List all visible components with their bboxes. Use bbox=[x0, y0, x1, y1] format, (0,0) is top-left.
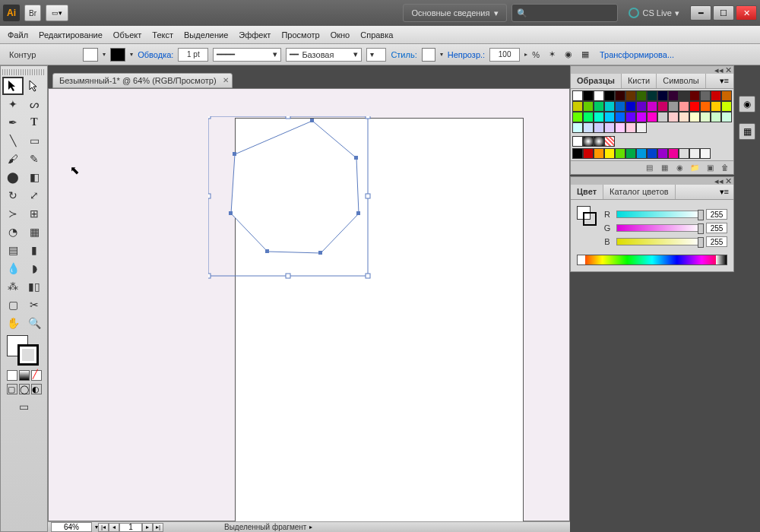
arrange-dropdown[interactable]: ▭▾ bbox=[46, 5, 68, 21]
mesh-tool[interactable]: ▤ bbox=[2, 241, 24, 259]
menu-select[interactable]: Выделение bbox=[184, 30, 228, 40]
recolor-icon[interactable]: ✶ bbox=[549, 49, 556, 59]
zoom-input[interactable]: 64% bbox=[51, 522, 92, 532]
swatch[interactable] bbox=[668, 112, 679, 122]
draw-normal-icon[interactable]: ▢ bbox=[7, 384, 17, 394]
graph-tool[interactable]: ▮▯ bbox=[24, 277, 45, 296]
eraser-tool[interactable]: ◧ bbox=[24, 168, 45, 186]
maximize-button[interactable]: ☐ bbox=[713, 5, 734, 21]
color-spectrum[interactable] bbox=[577, 255, 727, 265]
swatch[interactable] bbox=[615, 101, 625, 112]
swatch[interactable] bbox=[636, 90, 647, 101]
prev-artboard-button[interactable]: ◂ bbox=[109, 523, 119, 532]
stroke-label[interactable]: Обводка: bbox=[138, 50, 173, 59]
cs-live-button[interactable]: CS Live▾ bbox=[622, 8, 686, 18]
swatch[interactable] bbox=[657, 148, 668, 159]
menu-file[interactable]: Файл bbox=[8, 30, 28, 40]
menu-effect[interactable]: Эффект bbox=[239, 30, 271, 40]
panel-menu-icon[interactable]: ▾≡ bbox=[715, 74, 733, 88]
swatch[interactable] bbox=[689, 112, 700, 122]
paintbrush-tool[interactable]: 🖌 bbox=[2, 150, 24, 168]
color-mode-icon[interactable] bbox=[7, 370, 17, 381]
menu-text[interactable]: Текст bbox=[152, 30, 173, 40]
swatch[interactable] bbox=[721, 90, 732, 101]
swatch[interactable] bbox=[604, 148, 615, 159]
swatch[interactable] bbox=[625, 90, 636, 101]
close-button[interactable]: ✕ bbox=[736, 5, 757, 21]
swatch[interactable] bbox=[647, 148, 657, 159]
r-input[interactable] bbox=[706, 209, 727, 220]
swatch[interactable] bbox=[615, 112, 625, 122]
menu-window[interactable]: Окно bbox=[331, 30, 350, 40]
swatch[interactable] bbox=[615, 148, 625, 159]
document-tab[interactable]: Безымянный-1* @ 64% (RGB/Просмотр)✕ bbox=[52, 73, 233, 88]
swatch[interactable] bbox=[572, 148, 583, 159]
swatch[interactable] bbox=[657, 101, 668, 112]
menu-edit[interactable]: Редактирование bbox=[39, 30, 103, 40]
panel-menu-icon[interactable]: ▾≡ bbox=[715, 185, 733, 199]
b-slider[interactable] bbox=[616, 238, 701, 245]
gradient-tool[interactable]: ▮ bbox=[24, 241, 45, 259]
magic-wand-tool[interactable]: ✦ bbox=[2, 95, 24, 113]
swatch[interactable] bbox=[721, 112, 732, 122]
style-swatch[interactable] bbox=[422, 48, 435, 62]
swatch[interactable] bbox=[625, 122, 636, 133]
free-transform-tool[interactable]: ⊞ bbox=[24, 204, 45, 223]
screen-mode-button[interactable]: ▭ bbox=[15, 397, 33, 416]
r-slider[interactable] bbox=[616, 211, 701, 218]
tab-color-guide[interactable]: Каталог цветов bbox=[603, 185, 676, 199]
slice-tool[interactable]: ✂ bbox=[24, 296, 45, 314]
swatch[interactable] bbox=[711, 90, 721, 101]
gradient-mode-icon[interactable] bbox=[19, 370, 30, 381]
tab-symbols[interactable]: Символы bbox=[657, 74, 706, 88]
swatch[interactable] bbox=[572, 112, 583, 122]
swatch[interactable] bbox=[721, 101, 732, 112]
swatch[interactable] bbox=[636, 112, 647, 122]
rotate-tool[interactable]: ↻ bbox=[2, 186, 24, 204]
shape-tool[interactable]: ▭ bbox=[24, 131, 45, 150]
opacity-input[interactable]: 100 bbox=[489, 48, 520, 62]
swatch-lib-icon[interactable]: ▤ bbox=[644, 163, 654, 173]
swatch[interactable] bbox=[583, 90, 594, 101]
fill-stroke-indicator[interactable] bbox=[7, 335, 42, 366]
pen-tool[interactable]: ✒ bbox=[2, 113, 24, 131]
bridge-button[interactable]: Br bbox=[24, 5, 41, 21]
new-group-icon[interactable]: 📁 bbox=[689, 163, 700, 173]
b-input[interactable] bbox=[706, 236, 727, 247]
panel-grip[interactable] bbox=[2, 69, 46, 75]
pencil-tool[interactable]: ✎ bbox=[24, 150, 45, 168]
swatch[interactable] bbox=[647, 112, 657, 122]
swatch[interactable] bbox=[594, 101, 604, 112]
lasso-tool[interactable]: ᔕ bbox=[24, 95, 45, 113]
swatch[interactable] bbox=[668, 101, 679, 112]
swatch-show-icon[interactable]: ▦ bbox=[659, 163, 670, 173]
blob-brush-tool[interactable]: ⬤ bbox=[2, 168, 24, 186]
draw-inside-icon[interactable]: ◐ bbox=[31, 384, 42, 394]
effect-icon[interactable]: ◉ bbox=[565, 49, 572, 59]
swatch[interactable] bbox=[700, 90, 711, 101]
dock-icon-2[interactable]: ▦ bbox=[739, 123, 755, 140]
status-text[interactable]: Выделенный фрагмент bbox=[224, 523, 306, 531]
workspace-switcher[interactable]: Основные сведения▾ bbox=[403, 4, 507, 22]
swatch[interactable] bbox=[583, 101, 594, 112]
menu-object[interactable]: Объект bbox=[113, 30, 141, 40]
g-slider[interactable] bbox=[616, 224, 701, 232]
swatch[interactable] bbox=[668, 90, 679, 101]
swatch[interactable] bbox=[594, 90, 604, 101]
stroke-weight-input[interactable]: 1 pt bbox=[178, 48, 208, 62]
swatch[interactable] bbox=[604, 122, 615, 133]
swatch[interactable] bbox=[594, 112, 604, 122]
swatch[interactable] bbox=[625, 148, 636, 159]
swatch[interactable] bbox=[572, 122, 583, 133]
opacity-label[interactable]: Непрозр.: bbox=[448, 50, 485, 59]
dock-icon-1[interactable]: ◉ bbox=[739, 96, 755, 112]
swatch[interactable] bbox=[700, 148, 711, 159]
swatch[interactable] bbox=[647, 90, 657, 101]
width-tool[interactable]: ≻ bbox=[2, 204, 24, 223]
swatch[interactable] bbox=[604, 101, 615, 112]
swatch[interactable] bbox=[583, 112, 594, 122]
polygon-shape[interactable] bbox=[208, 116, 383, 291]
swatch-opts-icon[interactable]: ◉ bbox=[674, 163, 685, 173]
swatch-grid[interactable] bbox=[571, 89, 733, 135]
swatch[interactable] bbox=[594, 148, 604, 159]
